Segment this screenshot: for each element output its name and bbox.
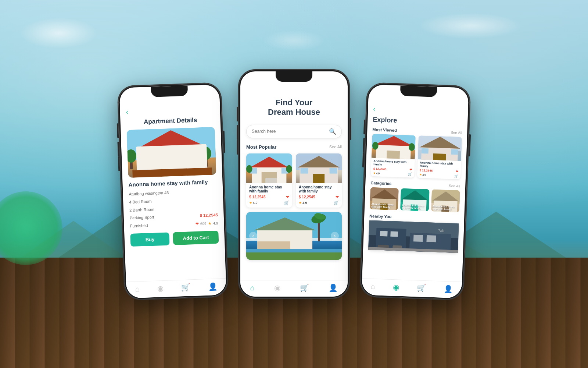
apartment-details-screen: ‹ Apartment Details — [119, 95, 226, 282]
property-details: Aturibag wasington 45 4 Bed Room 2 Barth… — [129, 188, 218, 230]
add-to-cart-button[interactable]: Add to Cart — [173, 231, 219, 245]
svg-rect-72 — [426, 235, 436, 242]
nav-compass-icon[interactable]: ◉ — [274, 283, 280, 292]
center-phone-inner: Find Your Dream House 🔍 Most Popular See… — [240, 71, 348, 297]
heart-icon: ❤ — [196, 220, 199, 228]
card-1-rating-row: ★ 4.9 🛒 — [249, 201, 289, 205]
svg-rect-69 — [380, 231, 388, 237]
viewed-card-2-body: Anonna home stay with family $ 12,2545 ❤… — [417, 159, 461, 179]
viewed-card-1[interactable]: Anonna home stay with family $ 12,2545 ❤… — [371, 134, 416, 178]
featured-image: ‹ › — [246, 212, 342, 260]
nav-profile-icon[interactable]: 👤 — [329, 283, 338, 292]
property-price: $ 12,2545 — [200, 212, 218, 219]
svg-rect-7 — [140, 145, 203, 178]
nav-home-icon[interactable]: ⌂ — [370, 282, 375, 290]
viewed-card-1-image — [372, 134, 416, 159]
center-phone-notch — [276, 71, 312, 82]
buy-button[interactable]: Buy — [130, 232, 170, 247]
nearby-image[interactable]: 7ab — [368, 220, 459, 253]
star-icon: ★ — [373, 171, 376, 174]
most-viewed-see-all[interactable]: See All — [451, 130, 462, 135]
furnishing-label: Furnished — [130, 222, 148, 230]
nav-compass-icon[interactable]: ◉ — [157, 284, 164, 293]
viewed-card-2-rating: ★ 4.9 — [419, 173, 426, 177]
most-popular-see-all[interactable]: See All — [329, 145, 342, 149]
svg-rect-9 — [158, 159, 186, 178]
apartment-details-title: Apartment Details — [126, 116, 215, 126]
card-1-cart-icon[interactable]: 🛒 — [284, 201, 289, 205]
viewed-card-2[interactable]: Anonna home stay with family $ 12,2545 ❤… — [417, 135, 462, 179]
categories-see-all[interactable]: See All — [449, 184, 460, 188]
viewed-card-1-body: Anonna home stay with family $ 12,2545 ❤… — [371, 158, 415, 178]
bed-label: 4 Bed Room — [129, 198, 152, 206]
nav-profile-icon[interactable]: 👤 — [208, 282, 218, 291]
left-phone: ‹ Apartment Details — [118, 83, 228, 300]
back-button[interactable]: ‹ — [126, 105, 214, 116]
svg-rect-52 — [451, 149, 458, 155]
search-input[interactable] — [252, 129, 329, 134]
featured-next-button[interactable]: › — [331, 232, 339, 240]
card-2-footer: $ 12,2545 ❤ — [299, 195, 339, 199]
rating-value: 4.9 — [213, 220, 218, 227]
viewed-card-2-price: $ 12,2545 — [420, 169, 433, 172]
featured-property-card[interactable]: ‹ › — [246, 212, 342, 260]
star-icon: ★ — [419, 173, 422, 176]
most-viewed-section: Most Viewed See All — [371, 127, 462, 179]
popular-card-2[interactable]: Anonna home stay with family $ 12,2545 ❤… — [296, 153, 342, 208]
property-name: Anonna home stay with family — [128, 178, 216, 188]
popular-cards-row: Anonna home stay with family $ 12,2545 ❤… — [246, 153, 342, 208]
svg-rect-44 — [387, 151, 400, 159]
nearby-label: Nearby You — [369, 214, 392, 219]
svg-rect-25 — [265, 178, 277, 183]
nav-home-icon[interactable]: ⌂ — [250, 284, 255, 292]
nav-home-icon[interactable]: ⌂ — [135, 285, 140, 293]
nav-profile-icon[interactable]: 👤 — [444, 284, 453, 294]
category-card-3[interactable]: Ahamdulish home stay with family — [431, 190, 460, 213]
popular-card-1[interactable]: Anonna home stay with family $ 12,2545 ❤… — [246, 153, 292, 208]
likes-count: 609 — [200, 220, 207, 227]
viewed-card-1-cart-icon[interactable]: 🛒 — [408, 172, 412, 176]
category-2-label: Ahamdulish home stay with family — [402, 204, 427, 210]
card-2-price: $ 12,2545 — [299, 195, 315, 199]
viewed-card-1-rating: ★ 4.9 — [373, 171, 380, 175]
star-icon: ★ — [299, 201, 302, 205]
left-phone-notch — [151, 85, 188, 97]
category-card-2[interactable]: Ahamdulish home stay with family — [400, 188, 429, 212]
search-bar[interactable]: 🔍 — [246, 125, 342, 138]
nav-cart-icon[interactable]: 🛒 — [181, 283, 191, 292]
bath-label: 2 Barth Room — [129, 206, 155, 214]
svg-rect-30 — [301, 168, 308, 174]
featured-prev-button[interactable]: ‹ — [249, 232, 257, 240]
card-1-heart-icon[interactable]: ❤ — [286, 195, 289, 199]
card-1-image — [246, 153, 292, 183]
phones-container: ‹ Apartment Details — [0, 0, 588, 368]
viewed-card-2-heart-icon[interactable]: ❤ — [455, 170, 458, 173]
nav-cart-icon[interactable]: 🛒 — [300, 283, 309, 292]
nav-cart-icon[interactable]: 🛒 — [417, 283, 426, 293]
svg-rect-51 — [422, 148, 429, 154]
dream-house-title: Find Your Dream House — [246, 98, 342, 117]
viewed-card-1-heart-icon[interactable]: ❤ — [409, 168, 412, 171]
viewed-card-1-name: Anonna home stay with family — [373, 159, 413, 167]
nearby-header: Nearby You — [369, 214, 459, 222]
viewed-card-2-cart-icon[interactable]: 🛒 — [454, 174, 458, 178]
center-phone-screen: Find Your Dream House 🔍 Most Popular See… — [240, 71, 348, 297]
card-2-heart-icon[interactable]: ❤ — [336, 195, 339, 199]
left-phone-inner: ‹ Apartment Details — [119, 84, 226, 298]
most-popular-header: Most Popular See All — [246, 144, 342, 150]
svg-point-24 — [286, 165, 292, 173]
right-back-button[interactable]: ‹ — [373, 105, 463, 116]
card-2-cart-icon[interactable]: 🛒 — [334, 201, 339, 205]
viewed-card-2-rating-row: ★ 4.9 🛒 — [419, 173, 458, 178]
right-phone-notch — [400, 85, 437, 97]
category-1-label: Ahamdulish home stay with family — [371, 203, 397, 209]
svg-rect-50 — [433, 153, 446, 161]
categories-cards: Ahamdulish home stay with family — [370, 187, 460, 212]
viewed-card-2-image — [418, 135, 462, 161]
left-phone-screen: ‹ Apartment Details — [119, 84, 226, 298]
category-card-1[interactable]: Ahamdulish home stay with family — [370, 187, 399, 210]
nav-compass-icon[interactable]: ◉ — [393, 283, 399, 292]
svg-rect-12 — [189, 149, 200, 158]
search-button[interactable]: 🔍 — [329, 128, 336, 135]
card-2-image — [296, 153, 342, 183]
